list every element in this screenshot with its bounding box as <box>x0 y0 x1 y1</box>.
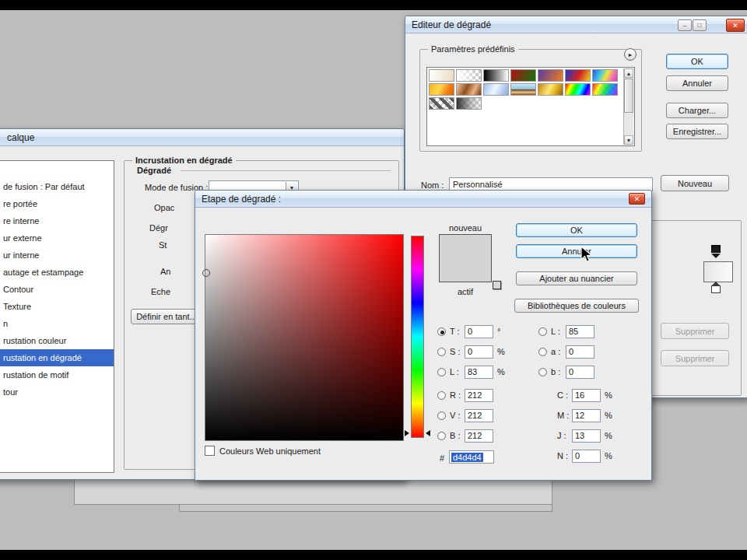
scale-label-fragment: Eche <box>151 287 170 296</box>
gradient-preset-swatch[interactable] <box>483 83 509 96</box>
gradient-preset-swatch[interactable] <box>429 97 454 110</box>
maximize-icon[interactable]: □ <box>693 19 707 31</box>
presets-menu-icon[interactable]: ► <box>624 48 637 61</box>
opacity-stop-icon[interactable] <box>711 245 721 253</box>
radio-L[interactable] <box>437 368 446 376</box>
field-input[interactable]: 13 <box>572 429 601 443</box>
field-input[interactable]: 0 <box>572 450 601 463</box>
layer-style-list-item[interactable]: re portée <box>0 195 114 212</box>
layer-style-list-item[interactable]: re interne <box>0 212 114 229</box>
ok-button[interactable]: OK <box>666 54 728 69</box>
gradient-preset-swatch[interactable] <box>538 69 563 82</box>
gradient-overlay-group-title: Incrustation en dégradé <box>132 156 236 165</box>
gradient-preset-swatch[interactable] <box>456 97 482 110</box>
hue-slider-right-arrow-icon[interactable] <box>426 430 430 436</box>
radio-R[interactable] <box>437 391 446 400</box>
presets-title: Paramètres prédéfinis <box>428 44 518 54</box>
gradient-preset-swatch[interactable] <box>456 83 482 96</box>
gradient-preset-swatch[interactable] <box>565 69 591 82</box>
color-value-row: L :83% <box>437 362 505 382</box>
gradient-preset-swatch[interactable] <box>592 83 618 96</box>
delete-color-stop-button[interactable]: Supprimer <box>661 350 729 366</box>
web-colors-only-checkbox[interactable] <box>205 446 215 456</box>
new-color-swatch <box>440 235 491 258</box>
hex-input[interactable]: d4d4d4 <box>449 450 494 464</box>
new-button[interactable]: Nouveau <box>661 175 729 191</box>
layer-style-titlebar[interactable]: calque <box>0 129 404 146</box>
layer-style-list-item[interactable]: rustation en dégradé <box>0 349 114 366</box>
field-input[interactable]: 0 <box>566 345 594 359</box>
gradient-preset-swatch[interactable] <box>456 69 482 82</box>
cancel-button[interactable]: Annuler <box>516 244 637 258</box>
gradient-preset-swatch[interactable] <box>565 83 591 96</box>
scroll-up-icon[interactable]: ▲ <box>624 68 633 78</box>
color-picker-titlebar[interactable]: Etape de dégradé : ✕ <box>195 191 651 208</box>
load-button[interactable]: Charger... <box>666 103 728 118</box>
scroll-down-icon[interactable]: ▼ <box>624 135 633 145</box>
web-color-cube-icon[interactable] <box>493 281 501 289</box>
gradient-preset-swatch[interactable] <box>510 69 536 82</box>
field-label: b : <box>551 367 566 376</box>
cancel-button[interactable]: Annuler <box>666 75 728 91</box>
field-input[interactable]: 0 <box>465 325 493 338</box>
color-libraries-button[interactable]: Bibliothèques de couleurs <box>514 299 639 313</box>
layer-style-list-item[interactable]: autage et estampage <box>0 264 114 281</box>
close-icon[interactable]: ✕ <box>629 193 645 205</box>
gradient-preset-swatch[interactable] <box>592 69 618 82</box>
radio-B[interactable] <box>437 432 446 440</box>
close-icon[interactable]: ✕ <box>726 19 745 32</box>
field-input[interactable]: 0 <box>566 366 594 379</box>
layer-style-list-item[interactable]: de fusion : Par défaut <box>0 178 114 195</box>
gradient-bar-end[interactable] <box>703 261 733 282</box>
minimize-icon[interactable]: – <box>678 19 692 31</box>
hex-label: # <box>440 453 444 463</box>
radio-b[interactable] <box>538 368 547 376</box>
radio-V[interactable] <box>437 411 446 420</box>
color-picker-title: Etape de dégradé : <box>202 194 281 205</box>
layer-style-list-item[interactable]: ur externe <box>0 229 114 247</box>
style-label-fragment: St <box>159 240 167 250</box>
define-default-button[interactable]: Définir en tant... <box>131 309 202 324</box>
layer-style-list-item[interactable]: rustation couleur <box>0 332 114 349</box>
gradient-preset-swatch[interactable] <box>510 83 536 96</box>
field-input[interactable]: 0 <box>465 345 493 359</box>
field-input[interactable]: 212 <box>465 409 493 422</box>
gradient-preset-swatch[interactable] <box>538 83 563 96</box>
scrollbar-thumb[interactable] <box>624 79 633 113</box>
gradient-preset-swatch[interactable] <box>429 69 454 82</box>
field-input[interactable]: 12 <box>572 409 601 422</box>
radio-S[interactable] <box>437 348 446 356</box>
save-button[interactable]: Enregistrer... <box>666 124 728 139</box>
layer-style-list-item[interactable]: rustation de motif <box>0 366 114 383</box>
delete-opacity-stop-button[interactable]: Supprimer <box>661 323 729 339</box>
field-label: V : <box>450 411 465 420</box>
layer-style-list-item[interactable]: Texture <box>0 298 114 315</box>
field-input[interactable]: 212 <box>465 429 493 443</box>
layer-style-list-item[interactable]: n <box>0 315 114 332</box>
presets-group: Paramètres prédéfinis ► ▲ ▼ <box>419 49 642 152</box>
color-field[interactable] <box>205 234 404 441</box>
presets-scrollbar[interactable]: ▲ ▼ <box>623 68 633 145</box>
field-input[interactable]: 83 <box>465 366 493 379</box>
gradient-preset-swatch[interactable] <box>483 69 509 82</box>
gradient-editor-titlebar[interactable]: Editeur de dégradé – □ ✕ <box>405 16 747 33</box>
radio-T[interactable] <box>437 327 446 336</box>
hue-slider[interactable] <box>411 236 424 438</box>
field-input[interactable]: 85 <box>566 325 594 338</box>
layer-style-list-item[interactable]: Contour <box>0 281 114 298</box>
gradient-preset-swatch[interactable] <box>429 83 454 96</box>
field-input[interactable]: 212 <box>465 389 493 402</box>
radio-a[interactable] <box>538 348 547 356</box>
color-value-row: N :0% <box>557 446 612 466</box>
color-field-marker[interactable] <box>202 269 210 277</box>
letterbox-bottom <box>0 550 747 560</box>
radio-L[interactable] <box>538 327 547 336</box>
add-to-swatches-button[interactable]: Ajouter au nuancier <box>516 271 637 285</box>
layer-style-list[interactable]: de fusion : Par défautre portéere intern… <box>0 160 114 473</box>
ok-button[interactable]: OK <box>516 223 637 237</box>
field-input[interactable]: 16 <box>572 389 601 402</box>
hue-slider-left-arrow-icon[interactable] <box>405 430 409 436</box>
color-stop-icon[interactable] <box>711 285 721 293</box>
layer-style-list-item[interactable]: tour <box>0 383 114 401</box>
layer-style-list-item[interactable]: ur interne <box>0 247 114 264</box>
